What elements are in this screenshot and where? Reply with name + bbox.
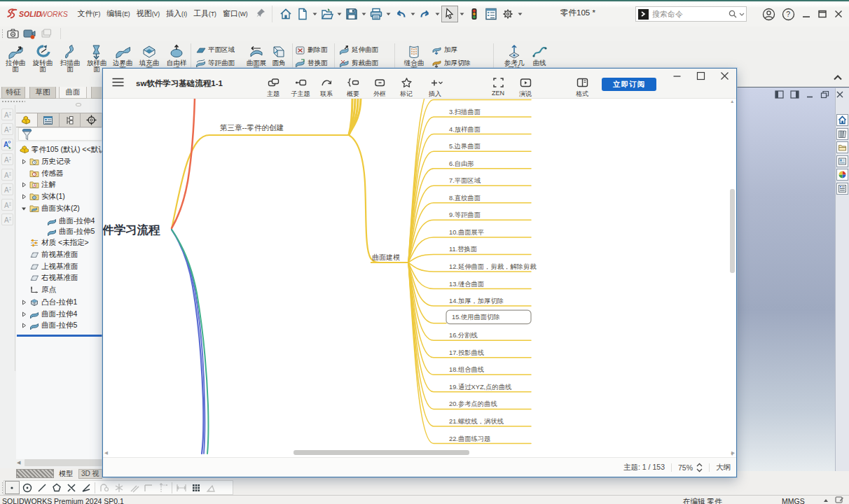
status-customize-icon[interactable] — [835, 496, 844, 504]
scroll-left-arrow[interactable]: ◀ — [17, 460, 25, 465]
tree-item-[interactable]: 右视基准面 — [29, 272, 78, 284]
mindmap-topic-13[interactable]: 13.缝合曲面 — [449, 281, 484, 288]
magnifier-icon[interactable] — [728, 9, 738, 19]
menu-I[interactable]: 插入(I) — [163, 6, 191, 20]
xmind-tool-插入[interactable]: 插入 — [417, 76, 453, 99]
command-tab-草图[interactable]: 草图 — [29, 87, 56, 99]
ribbon-旋转曲面[interactable]: 旋转曲 面 — [27, 43, 58, 72]
tree-item-[interactable]: 原点 — [29, 284, 56, 295]
doc-close-icon[interactable] — [836, 90, 844, 99]
ribbon-加厚[interactable]: 加厚 — [432, 43, 471, 56]
xmind-maximize-button[interactable] — [696, 71, 705, 80]
new-document-icon-dropdown[interactable] — [311, 6, 319, 22]
sketch-polygon-tool[interactable] — [50, 482, 64, 494]
taskpane-home-icon[interactable] — [836, 114, 848, 126]
open-icon[interactable] — [319, 6, 336, 22]
doc-minimize-icon[interactable] — [806, 90, 814, 99]
zoom-stepper-icon[interactable] — [696, 463, 703, 472]
xmind-tool-演说[interactable]: 演说 — [507, 76, 544, 99]
tab-property-manager[interactable] — [38, 113, 60, 127]
mindmap-topic-14[interactable]: 14.加厚，加厚切除 — [449, 298, 504, 304]
ribbon-曲线[interactable]: 曲线 — [524, 43, 555, 66]
pin-icon[interactable] — [256, 8, 267, 19]
minimize-button[interactable] — [801, 9, 811, 19]
tree-expand-arrow[interactable] — [21, 312, 27, 317]
tree-item-2[interactable]: 曲面实体(2) — [29, 203, 80, 214]
mindmap-topic-10[interactable]: 10.曲面展平 — [449, 229, 484, 236]
display-settings-icon[interactable] — [483, 6, 499, 22]
mindmap-topic-9[interactable]: 9.等距曲面 — [449, 211, 481, 218]
save-icon-dropdown[interactable] — [360, 6, 368, 22]
search-dropdown-icon[interactable] — [738, 9, 746, 19]
mindmap-topic-5[interactable]: 5.边界曲面 — [449, 143, 481, 150]
options-gear-icon[interactable] — [499, 6, 516, 22]
datum-icon[interactable]: A — [1, 214, 13, 225]
scroll-left-arrow[interactable]: ◀ — [103, 450, 109, 456]
mindmap-topic-16[interactable]: 16.分割线 — [449, 332, 478, 339]
ribbon-延伸曲面[interactable]: 延伸曲面 — [339, 43, 378, 56]
ribbon-平面区域[interactable]: 平面区域 — [195, 43, 235, 56]
taskpane-file-explorer-icon[interactable] — [836, 141, 848, 153]
units-dropdown-arrow[interactable] — [824, 499, 828, 502]
mindmap-topic-17[interactable]: 17.投影曲线 — [449, 349, 484, 356]
tree-expand-arrow[interactable] — [21, 323, 27, 328]
taskpane-custom-properties-icon[interactable] — [836, 183, 848, 195]
vertical-scrollbar[interactable]: ▲ ▼ — [729, 99, 736, 456]
xmind-close-button[interactable] — [720, 71, 729, 80]
subscribe-button[interactable]: 立即订阅 — [602, 78, 656, 91]
tree-expand-arrow[interactable] — [21, 300, 27, 305]
mindmap-topic-6[interactable]: 6.自由形 — [449, 160, 474, 167]
redo-icon[interactable] — [417, 6, 434, 22]
doc-restore-icon[interactable] — [820, 90, 829, 99]
options-gear-icon-dropdown[interactable] — [516, 6, 524, 22]
undo-icon-dropdown[interactable] — [409, 6, 417, 22]
open-icon-dropdown[interactable] — [336, 6, 343, 22]
tree-item-[interactable]: A注解 — [29, 179, 56, 190]
doc-tab-model[interactable]: 模型 — [56, 468, 76, 479]
mindmap-topic-20[interactable]: 20.参考点的曲线 — [449, 400, 497, 407]
pane-right-icon[interactable] — [790, 90, 799, 99]
hamburger-menu-icon[interactable] — [112, 78, 124, 87]
tree-item-5[interactable]: 曲面-拉伸5 — [29, 320, 77, 331]
sketch-circle-tool[interactable] — [20, 482, 34, 494]
close-button[interactable] — [834, 9, 843, 19]
tree-expand-arrow[interactable] — [21, 182, 27, 188]
tree-item-1[interactable]: 凸台-拉伸1 — [29, 297, 77, 308]
central-topic[interactable]: 件学习流程 — [103, 223, 160, 236]
undo-icon[interactable] — [392, 6, 409, 22]
group-topic[interactable]: 曲面建模 — [372, 253, 400, 261]
tree-horizontal-scrollbar[interactable]: ◀ — [17, 458, 102, 467]
scrollbar-track[interactable] — [25, 459, 102, 466]
menu-E[interactable]: 编辑(E) — [104, 6, 133, 20]
tree-item-[interactable]: 历史记录 — [29, 156, 71, 167]
scroll-right-arrow[interactable]: ▶ — [730, 450, 736, 456]
tree-item-[interactable]: 上视基准面 — [29, 261, 78, 272]
sketch-trim-tool[interactable] — [64, 482, 78, 494]
tree-expand-arrow[interactable] — [21, 206, 27, 211]
tree-item-4[interactable]: 曲面-拉伸4 — [29, 309, 77, 320]
taskpane-design-library-icon[interactable] — [836, 128, 848, 140]
selected-topic[interactable]: 15.使用曲面切除 — [452, 314, 500, 321]
search-input[interactable]: 搜索命令 — [652, 9, 728, 20]
sketch-point-tool[interactable] — [5, 481, 20, 494]
mindmap-topic-22[interactable]: 22.曲面练习题 — [449, 435, 490, 442]
print-icon[interactable] — [368, 6, 385, 22]
mindmap-canvas[interactable]: 3.扫描曲面4.放样曲面5.边界曲面6.自由形7.平面区域8.直纹曲面9.等距曲… — [103, 99, 736, 457]
save-icon[interactable] — [343, 6, 360, 22]
screenshot-icon[interactable] — [7, 29, 19, 38]
tab-feature-tree[interactable] — [16, 113, 38, 127]
traffic-light-icon[interactable] — [466, 6, 483, 22]
ribbon-拉伸曲面[interactable]: 拉伸曲 面 — [0, 43, 31, 72]
help-icon[interactable]: ? — [782, 8, 795, 21]
mindmap-topic-3[interactable]: 3.扫描曲面 — [449, 108, 481, 115]
scrollbar-thumb[interactable] — [730, 189, 735, 273]
print-icon-dropdown[interactable] — [385, 6, 392, 22]
select-cursor-icon[interactable] — [441, 6, 458, 22]
sketch-angle-tool[interactable] — [79, 482, 93, 494]
menu-W[interactable]: 窗口(W) — [219, 6, 251, 20]
horizontal-scrollbar[interactable]: ◀ ▶ — [103, 449, 736, 456]
taskpane-view-palette-icon[interactable] — [836, 155, 848, 167]
sketch-grid-tool[interactable] — [189, 482, 203, 494]
surface-finish-icon[interactable]: A — [1, 183, 13, 195]
tree-expand-arrow[interactable] — [21, 194, 27, 200]
